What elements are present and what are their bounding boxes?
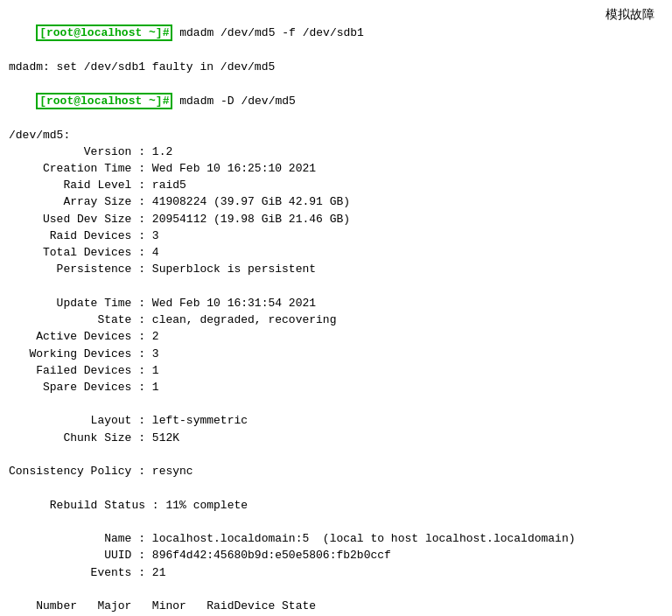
command-line-2: [root@localhost ~]# mdadm -D /dev/md5 [9, 75, 663, 127]
output-line-set-faulty: mdadm: set /dev/sdb1 faulty in /dev/md5 [9, 59, 663, 76]
prompt-box-1: [root@localhost ~]# [36, 24, 172, 41]
label-chinese: 模拟故障 [606, 7, 654, 23]
mdadm-output: /dev/md5: Version : 1.2 Creation Time : … [9, 127, 663, 617]
command-1-text: mdadm /dev/md5 -f /dev/sdb1 [172, 26, 363, 39]
prompt-box-2: [root@localhost ~]# [36, 93, 172, 109]
command-2-text: mdadm -D /dev/md5 [172, 94, 295, 108]
terminal-window: 模拟故障 [root@localhost ~]# mdadm /dev/md5 … [0, 0, 672, 616]
command-line-1: [root@localhost ~]# mdadm /dev/md5 -f /d… [9, 7, 663, 59]
